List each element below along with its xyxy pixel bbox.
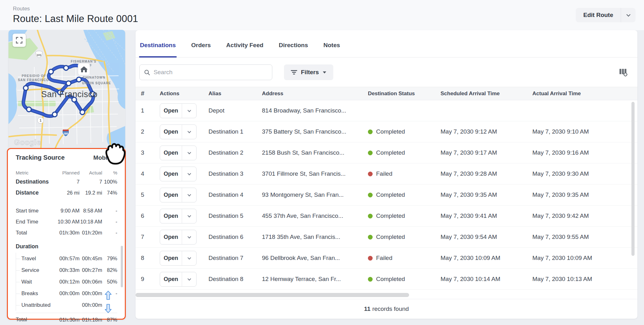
open-dropdown[interactable]: [182, 104, 196, 118]
top-header: Routes Route: Last Mile Route 0001 Edit …: [0, 0, 644, 30]
actual-arrival-cell: May 7, 2030 9:10 AM: [532, 128, 637, 135]
open-button[interactable]: Open: [160, 272, 197, 287]
vertical-scrollbar[interactable]: [631, 102, 635, 256]
open-button-label[interactable]: Open: [160, 230, 182, 244]
tab-destinations[interactable]: Destinations: [140, 42, 176, 57]
actions-cell: Open: [160, 146, 208, 160]
actions-cell: Open: [160, 272, 208, 287]
city-label: San Francisco: [41, 90, 97, 99]
open-button[interactable]: Open: [160, 209, 197, 223]
open-button-label[interactable]: Open: [160, 272, 182, 286]
open-button[interactable]: Open: [160, 230, 197, 245]
caret-down-icon: [323, 71, 326, 73]
open-dropdown[interactable]: [182, 125, 196, 139]
column-settings-button[interactable]: [619, 68, 628, 77]
status-dot: [368, 151, 373, 155]
open-button[interactable]: Open: [160, 167, 197, 181]
map-canvas[interactable]: PRESIDIO OF SAN FRANCISCO FISHERMAN'S WH…: [8, 30, 125, 149]
search-box[interactable]: [139, 64, 272, 80]
open-dropdown[interactable]: [182, 167, 196, 181]
chevron-down-icon: [187, 235, 191, 238]
open-button[interactable]: Open: [160, 188, 197, 202]
alias-cell: Destination 7: [208, 255, 262, 262]
svg-text:101: 101: [36, 53, 41, 57]
status-label: Completed: [376, 128, 405, 135]
open-button-label[interactable]: Open: [160, 167, 182, 181]
open-button-label[interactable]: Open: [160, 251, 182, 265]
open-dropdown[interactable]: [182, 230, 196, 244]
search-input[interactable]: [153, 69, 268, 76]
horizontal-scrollbar[interactable]: [136, 293, 409, 297]
open-button-label[interactable]: Open: [160, 146, 182, 160]
address-cell: 814 Broadway, San Francisco...: [262, 107, 368, 114]
actions-cell: Open: [160, 124, 208, 139]
filters-button[interactable]: Filters: [284, 64, 333, 80]
edit-route-label[interactable]: Edit Route: [576, 8, 621, 22]
actions-cell: Open: [160, 230, 208, 245]
actual-arrival-cell: May 7, 2030 9:35 AM: [532, 191, 637, 198]
open-button[interactable]: Open: [160, 103, 197, 118]
table-row: 3 Open Destination 2 2158 Bush St, San F…: [136, 142, 637, 163]
column-header: Actions: [160, 91, 208, 97]
table-body: 1 Open Depot 814 Broadway, San Francisco…: [136, 100, 637, 290]
status-dot: [368, 172, 373, 176]
alias-cell: Destination 6: [208, 234, 262, 240]
status-cell: Completed: [368, 128, 441, 135]
breadcrumb[interactable]: Routes: [13, 6, 30, 12]
chevron-down-icon: [626, 13, 630, 17]
open-button-label[interactable]: Open: [160, 209, 182, 223]
tracking-source-title: Tracking Source: [16, 154, 65, 161]
metric-row: Start time9:00 AM8:58 AM-: [8, 205, 125, 216]
tab-notes[interactable]: Notes: [323, 42, 341, 57]
open-dropdown[interactable]: [182, 188, 196, 202]
open-button[interactable]: Open: [160, 251, 197, 266]
tracking-source-select[interactable]: Mobile: [93, 154, 119, 161]
open-dropdown[interactable]: [182, 251, 196, 265]
page-title: Route: Last Mile Route 0001: [13, 13, 138, 25]
table-row: 4 Open Destination 3 3701 Fillmore St, S…: [136, 163, 637, 185]
scheduled-arrival-cell: May 7, 2030 9:41 AM: [441, 212, 532, 219]
open-button[interactable]: Open: [160, 146, 197, 160]
open-button[interactable]: Open: [160, 124, 197, 139]
open-button-label[interactable]: Open: [160, 125, 182, 139]
table-header: #ActionsAliasAddressDestination StatusSc…: [136, 87, 637, 100]
chevron-down-icon: [187, 108, 191, 112]
status-cell: Completed: [368, 191, 441, 198]
search-icon: [144, 69, 150, 76]
edit-route-button[interactable]: Edit Route: [576, 8, 636, 22]
open-button-label[interactable]: Open: [160, 188, 182, 202]
table-row: 8 Open Destination 7 96 Dellbrook Ave, S…: [136, 248, 637, 269]
panel-scrollbar[interactable]: [121, 246, 123, 287]
status-dot: [368, 235, 373, 240]
svg-text:SAN FRANCISCO: SAN FRANCISCO: [18, 78, 49, 82]
fullscreen-button[interactable]: [13, 34, 26, 47]
open-dropdown[interactable]: [182, 272, 196, 286]
row-number: 8: [141, 255, 160, 262]
open-dropdown[interactable]: [182, 209, 196, 223]
table-row: 5 Open Destination 4 93 Montgomery St, S…: [136, 185, 637, 206]
tab-activity-feed[interactable]: Activity Feed: [226, 42, 264, 57]
open-dropdown[interactable]: [182, 146, 196, 160]
address-cell: 375 Battery St, San Francisco...: [262, 128, 368, 135]
open-button-label[interactable]: Open: [160, 104, 182, 118]
actions-cell: Open: [160, 251, 208, 266]
actual-arrival-cell: May 7, 2030 9:30 AM: [532, 170, 637, 177]
actions-cell: Open: [160, 188, 208, 202]
row-number: 5: [141, 191, 160, 198]
tab-directions[interactable]: Directions: [279, 42, 308, 57]
actual-arrival-cell: May 7, 2030 9:16 AM: [532, 149, 637, 156]
duration-section-label: Duration: [16, 243, 125, 251]
table-row: 9 Open Destination 8 12 Hemway Terrace, …: [136, 269, 637, 290]
status-cell: Failed: [368, 170, 441, 177]
svg-text:CHINATOWN: CHINATOWN: [83, 76, 105, 79]
table-row: 7 Open Destination 6 1718 35th Ave, San …: [136, 227, 637, 248]
scheduled-arrival-cell: May 7, 2030 9:28 AM: [441, 170, 532, 177]
scheduled-arrival-cell: May 7, 2030 9:12 AM: [441, 128, 532, 135]
edit-route-dropdown[interactable]: [621, 8, 636, 22]
row-number: 2: [141, 128, 160, 135]
tab-orders[interactable]: Orders: [191, 42, 211, 57]
actions-cell: Open: [160, 209, 208, 223]
status-dot: [368, 277, 373, 282]
route-map[interactable]: PRESIDIO OF SAN FRANCISCO FISHERMAN'S WH…: [8, 30, 125, 149]
depot-marker[interactable]: [78, 63, 90, 75]
